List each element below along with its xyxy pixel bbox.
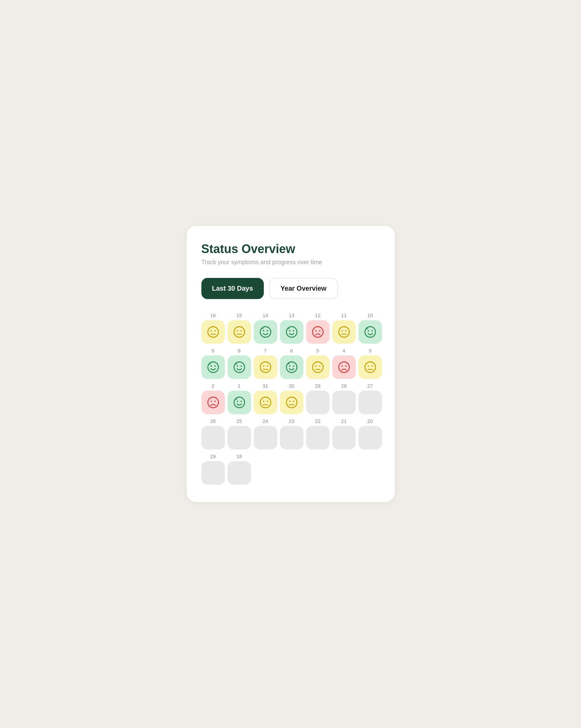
day-number: 28: [341, 383, 347, 389]
tab-last30[interactable]: Last 30 Days: [202, 278, 264, 299]
day-cell[interactable]: 1: [228, 383, 251, 414]
day-cell[interactable]: 23: [280, 418, 303, 449]
day-number: 9: [211, 348, 214, 354]
day-cell[interactable]: 8: [228, 348, 251, 379]
day-icon-none[interactable]: [359, 391, 382, 414]
day-cell[interactable]: 3: [359, 348, 382, 379]
day-number: 7: [264, 348, 266, 354]
day-cell[interactable]: 7: [254, 348, 277, 379]
day-icon-happy[interactable]: [228, 356, 251, 379]
day-number: 11: [341, 312, 347, 318]
day-icon-neutral[interactable]: [359, 356, 382, 379]
day-cell[interactable]: 28: [332, 383, 356, 414]
day-icon-neutral[interactable]: [202, 320, 225, 344]
day-icon-happy[interactable]: [254, 320, 277, 344]
svg-point-1: [210, 330, 212, 332]
day-number: 25: [236, 418, 242, 424]
day-cell[interactable]: 13: [280, 312, 303, 344]
day-number: 21: [341, 418, 347, 424]
svg-point-32: [266, 365, 268, 367]
day-cell[interactable]: 26: [202, 418, 225, 449]
day-icon-none[interactable]: [332, 391, 356, 414]
svg-point-50: [214, 401, 215, 402]
svg-point-15: [315, 330, 317, 332]
day-icon-sad[interactable]: [202, 391, 225, 414]
svg-point-16: [319, 330, 320, 332]
day-cell[interactable]: 18: [228, 453, 251, 485]
svg-point-56: [266, 401, 268, 402]
day-cell[interactable]: 6: [280, 348, 303, 379]
day-icon-sad[interactable]: [306, 320, 329, 344]
tab-row: Last 30 Days Year Overview: [202, 278, 380, 299]
day-cell[interactable]: 2: [202, 383, 225, 414]
day-cell[interactable]: 25: [228, 418, 251, 449]
empty-cell: [254, 453, 277, 485]
day-number: 24: [262, 418, 268, 424]
day-cell[interactable]: 12: [306, 312, 329, 344]
tab-year[interactable]: Year Overview: [269, 278, 338, 299]
svg-point-0: [208, 327, 218, 337]
svg-point-18: [341, 330, 343, 332]
day-cell[interactable]: 29: [306, 383, 329, 414]
svg-point-12: [289, 330, 290, 332]
svg-point-13: [293, 330, 294, 332]
svg-point-46: [371, 365, 373, 367]
day-number: 20: [367, 418, 373, 424]
day-icon-neutral[interactable]: [254, 356, 277, 379]
svg-point-25: [210, 365, 212, 367]
day-cell[interactable]: 11: [332, 312, 356, 344]
day-cell[interactable]: 4: [332, 348, 356, 379]
day-icon-sad[interactable]: [332, 356, 356, 379]
day-icon-none[interactable]: [359, 426, 382, 449]
day-icon-neutral[interactable]: [280, 391, 303, 414]
day-icon-neutral[interactable]: [254, 391, 277, 414]
day-cell[interactable]: 22: [306, 418, 329, 449]
card-subtitle: Track your symptoms and progress over ti…: [202, 259, 380, 266]
day-cell[interactable]: 14: [254, 312, 277, 344]
svg-point-14: [313, 327, 323, 337]
day-icon-none[interactable]: [202, 461, 225, 485]
svg-point-2: [214, 330, 215, 332]
svg-point-28: [237, 365, 238, 367]
day-cell[interactable]: 27: [359, 383, 382, 414]
card-title: Status Overview: [202, 242, 380, 256]
day-cell[interactable]: 15: [228, 312, 251, 344]
day-cell[interactable]: 9: [202, 348, 225, 379]
day-icon-none[interactable]: [228, 426, 251, 449]
day-icon-neutral[interactable]: [306, 356, 329, 379]
day-number: 14: [262, 312, 268, 318]
day-cell[interactable]: 5: [306, 348, 329, 379]
day-icon-none[interactable]: [228, 461, 251, 485]
day-icon-none[interactable]: [306, 426, 329, 449]
day-icon-happy[interactable]: [228, 391, 251, 414]
day-icon-neutral[interactable]: [332, 320, 356, 344]
status-overview-card: Status Overview Track your symptoms and …: [187, 226, 395, 502]
svg-point-30: [260, 362, 271, 372]
day-cell[interactable]: 31: [254, 383, 277, 414]
empty-cell: [359, 453, 382, 485]
day-cell[interactable]: 24: [254, 418, 277, 449]
day-number: 22: [315, 418, 320, 424]
day-cell[interactable]: 30: [280, 383, 303, 414]
day-icon-none[interactable]: [202, 426, 225, 449]
svg-point-19: [345, 330, 346, 332]
day-icon-none[interactable]: [332, 426, 356, 449]
day-icon-none[interactable]: [280, 426, 303, 449]
day-cell[interactable]: 19: [202, 453, 225, 485]
svg-point-54: [260, 397, 271, 408]
svg-point-45: [368, 365, 369, 367]
day-number: 12: [315, 312, 320, 318]
day-icon-neutral[interactable]: [228, 320, 251, 344]
day-cell[interactable]: 20: [359, 418, 382, 449]
svg-point-38: [315, 365, 317, 367]
day-icon-none[interactable]: [254, 426, 277, 449]
day-icon-happy[interactable]: [202, 356, 225, 379]
day-number: 8: [238, 348, 240, 354]
day-icon-none[interactable]: [306, 391, 329, 414]
day-icon-happy[interactable]: [359, 320, 382, 344]
day-icon-happy[interactable]: [280, 320, 303, 344]
day-cell[interactable]: 10: [359, 312, 382, 344]
day-cell[interactable]: 21: [332, 418, 356, 449]
day-cell[interactable]: 16: [202, 312, 225, 344]
day-icon-happy[interactable]: [280, 356, 303, 379]
